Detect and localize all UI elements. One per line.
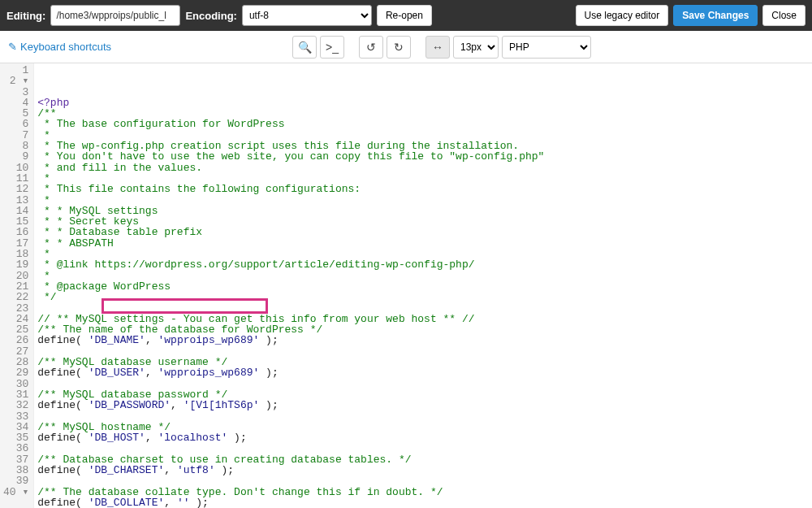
code-line[interactable]: define( 'DB_COLLATE', '' ); bbox=[37, 497, 809, 508]
code-line[interactable] bbox=[37, 346, 809, 357]
code-line[interactable]: * bbox=[37, 173, 809, 184]
code-line[interactable]: <?php bbox=[37, 98, 809, 108]
terminal-button[interactable]: >_ bbox=[320, 36, 344, 59]
code-line[interactable]: define( 'DB_CHARSET', 'utf8' ); bbox=[37, 465, 809, 475]
encoding-select[interactable]: utf-8 bbox=[242, 5, 372, 26]
code-line[interactable]: * @link https://wordpress.org/support/ar… bbox=[37, 259, 809, 270]
keyboard-shortcuts-link[interactable]: ✎ Keyboard shortcuts bbox=[8, 41, 111, 53]
code-content[interactable]: <?php/** * The base configuration for Wo… bbox=[34, 63, 812, 508]
code-line[interactable] bbox=[37, 475, 809, 486]
code-line[interactable]: * This file contains the following confi… bbox=[37, 184, 809, 194]
code-line[interactable]: * * MySQL settings bbox=[37, 206, 809, 216]
code-line[interactable]: * * ABSPATH bbox=[37, 238, 809, 249]
code-line[interactable] bbox=[37, 303, 809, 314]
code-line[interactable]: * bbox=[37, 249, 809, 259]
wrap-icon: ↔ bbox=[432, 41, 443, 54]
save-button[interactable]: Save Changes bbox=[673, 5, 758, 26]
code-line[interactable]: define( 'DB_HOST', 'localhost' ); bbox=[37, 432, 809, 443]
code-line[interactable]: // ** MySQL settings - You can get this … bbox=[37, 314, 809, 324]
code-line[interactable]: /** MySQL database password */ bbox=[37, 389, 809, 400]
code-line[interactable]: * bbox=[37, 271, 809, 281]
editing-label: Editing: bbox=[6, 10, 45, 22]
legacy-editor-button[interactable]: Use legacy editor bbox=[576, 5, 669, 26]
code-line[interactable]: define( 'DB_NAME', 'wpproips_wp689' ); bbox=[37, 335, 809, 345]
code-line[interactable]: * You don't have to use the web site, yo… bbox=[37, 151, 809, 162]
code-line[interactable]: * * Database table prefix bbox=[37, 227, 809, 237]
reopen-button[interactable]: Re-open bbox=[377, 5, 432, 26]
search-button[interactable]: 🔍 bbox=[292, 36, 317, 59]
code-line[interactable] bbox=[37, 379, 809, 389]
code-line[interactable]: /** MySQL hostname */ bbox=[37, 422, 809, 432]
code-line[interactable]: * @package WordPress bbox=[37, 281, 809, 292]
line-number-gutter: 12 ▾345678910111213141516171819202122232… bbox=[0, 63, 34, 508]
close-button[interactable]: Close bbox=[762, 5, 806, 26]
wrap-toggle-button[interactable]: ↔ bbox=[425, 36, 450, 59]
code-line[interactable]: * and fill in the values. bbox=[37, 163, 809, 173]
language-select[interactable]: PHP bbox=[502, 36, 591, 59]
keyboard-shortcuts-label: Keyboard shortcuts bbox=[20, 41, 111, 53]
code-line[interactable]: /** Database charset to use in creating … bbox=[37, 454, 809, 465]
undo-icon: ↺ bbox=[366, 41, 376, 54]
code-line[interactable]: define( 'DB_USER', 'wpproips_wp689' ); bbox=[37, 367, 809, 378]
redo-icon: ↻ bbox=[394, 41, 404, 54]
code-line[interactable]: define( 'DB_PASSWORD', '[V1[1hTS6p' ); bbox=[37, 400, 809, 410]
search-icon: 🔍 bbox=[298, 41, 312, 54]
file-path-input[interactable] bbox=[50, 5, 180, 26]
code-line[interactable] bbox=[37, 411, 809, 422]
toolbar: ✎ Keyboard shortcuts 🔍 >_ ↺ ↻ ↔ 13px PHP bbox=[0, 31, 812, 63]
redo-button[interactable]: ↻ bbox=[387, 36, 411, 59]
code-line[interactable]: /** The name of the database for WordPre… bbox=[37, 324, 809, 335]
code-line[interactable]: * * Secret keys bbox=[37, 216, 809, 227]
code-line[interactable]: * The base configuration for WordPress bbox=[37, 119, 809, 129]
external-link-icon: ✎ bbox=[8, 41, 17, 53]
code-line[interactable]: * The wp-config.php creation script uses… bbox=[37, 141, 809, 151]
code-line[interactable]: */ bbox=[37, 292, 809, 302]
code-line[interactable]: * bbox=[37, 130, 809, 141]
editor-area[interactable]: 12 ▾345678910111213141516171819202122232… bbox=[0, 63, 812, 508]
code-line[interactable]: * bbox=[37, 195, 809, 206]
encoding-label: Encoding: bbox=[185, 10, 237, 22]
terminal-icon: >_ bbox=[326, 41, 339, 54]
font-size-select[interactable]: 13px bbox=[453, 36, 499, 59]
undo-button[interactable]: ↺ bbox=[359, 36, 383, 59]
code-line[interactable]: /** MySQL database username */ bbox=[37, 357, 809, 367]
code-line[interactable]: /** The database collate type. Don't cha… bbox=[37, 487, 809, 497]
topbar: Editing: Encoding: utf-8 Re-open Use leg… bbox=[0, 0, 812, 31]
code-line[interactable]: /** bbox=[37, 108, 809, 119]
code-line[interactable] bbox=[37, 443, 809, 454]
